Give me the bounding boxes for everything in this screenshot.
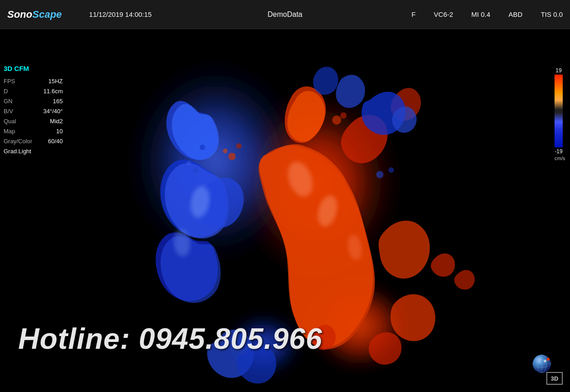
left-info-panel: 3D CFM FPS 15HZ D 11.6cm GN 165 B/V 34°/… [4, 63, 63, 156]
svg-point-12 [236, 143, 242, 149]
grad-label: Grad.Light [4, 146, 45, 156]
scale-bottom: -19 [555, 148, 563, 155]
logo: SonoScape [7, 9, 62, 20]
svg-point-15 [200, 145, 205, 150]
tis-label: TIS 0.0 [541, 10, 563, 18]
header-right: F VC6-2 MI 0.4 ABD TIS 0.0 [411, 10, 563, 18]
fps-value: 15HZ [48, 76, 63, 86]
svg-point-25 [544, 360, 546, 362]
svg-point-14 [187, 161, 191, 166]
scale-unit: cm/s [555, 156, 563, 161]
qual-row: Qual Mid2 [4, 116, 63, 126]
svg-point-26 [547, 358, 550, 361]
badge-3d: 3D [546, 372, 563, 385]
map-row: Map 10 [4, 126, 63, 136]
region-label: ABD [509, 10, 523, 18]
gn-row: GN 165 [4, 96, 63, 106]
gray-value: 60/40 [48, 136, 63, 146]
qual-label: Qual [4, 116, 29, 126]
patient-name: DemoData [267, 10, 302, 19]
model-label: VC6-2 [434, 10, 454, 18]
d-row: D 11.6cm [4, 86, 63, 96]
svg-point-11 [223, 149, 227, 153]
bv-row: B/V 34°/40° [4, 106, 63, 116]
gray-row: Gray/Color 60/40 [4, 136, 63, 146]
gn-label: GN [4, 96, 29, 106]
globe-icon [532, 354, 552, 374]
d-value: 11.6cm [43, 86, 63, 96]
fps-label: FPS [4, 76, 29, 86]
svg-point-19 [388, 167, 394, 173]
bv-label: B/V [4, 106, 29, 116]
bv-value: 34°/40° [43, 106, 63, 116]
fps-row: FPS 15HZ [4, 76, 63, 86]
imaging-area: 3D CFM FPS 15HZ D 11.6cm GN 165 B/V 34°/… [0, 29, 570, 392]
gn-value: 165 [53, 96, 63, 106]
datetime: 11/12/2019 14:00:15 [89, 10, 152, 18]
gray-label: Gray/Color [4, 136, 32, 146]
svg-point-16 [332, 116, 341, 125]
svg-point-18 [376, 171, 383, 178]
svg-point-17 [340, 112, 347, 119]
svg-point-13 [192, 167, 199, 173]
svg-point-10 [228, 153, 236, 160]
mi-label: MI 0.4 [471, 10, 490, 18]
qual-value: Mid2 [50, 116, 63, 126]
mode-title: 3D CFM [4, 63, 63, 75]
color-scale: 19 -19 cm/s [555, 67, 563, 161]
map-label: Map [4, 126, 29, 136]
color-bar [555, 75, 563, 147]
grad-row: Grad.Light [4, 146, 63, 156]
scale-top: 19 [555, 67, 563, 74]
d-label: D [4, 86, 29, 96]
header-bar: SonoScape 11/12/2019 14:00:15 DemoData F… [0, 0, 570, 29]
probe-label: F [411, 10, 415, 18]
map-value: 10 [56, 126, 63, 136]
hotline-text: Hotline: 0945.805.966 [18, 322, 322, 356]
